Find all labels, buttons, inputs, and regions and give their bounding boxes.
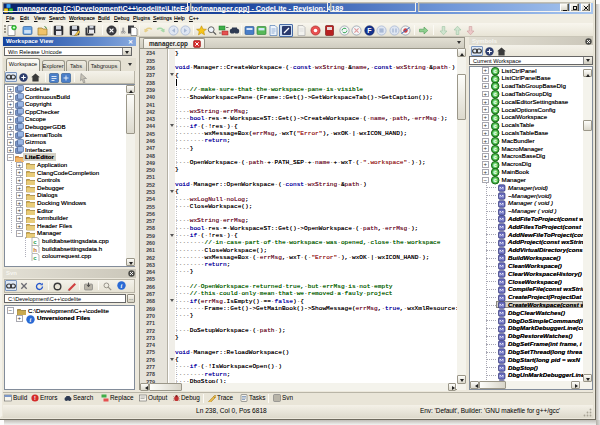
svg-text:c: c <box>494 154 497 160</box>
svg-text:c: c <box>494 107 497 113</box>
svg-text:c: c <box>494 91 497 97</box>
svg-text:i: i <box>121 282 123 289</box>
svg-text:c: c <box>494 84 497 90</box>
svg-text:c: c <box>494 115 497 121</box>
svg-text:c: c <box>494 146 497 152</box>
svg-text:c: c <box>494 177 497 183</box>
svg-text:c: c <box>494 123 497 129</box>
svg-text:i: i <box>30 316 32 323</box>
svg-text:c: c <box>494 170 497 176</box>
svg-text:c: c <box>494 99 497 105</box>
svg-text:F: F <box>367 27 372 34</box>
svg-text:c: c <box>494 138 497 144</box>
svg-text:c: c <box>494 76 497 82</box>
svg-text:c: c <box>494 162 497 168</box>
svg-text:c: c <box>494 131 497 137</box>
svg-text:!: ! <box>34 395 36 401</box>
svg-text:c: c <box>494 68 497 74</box>
